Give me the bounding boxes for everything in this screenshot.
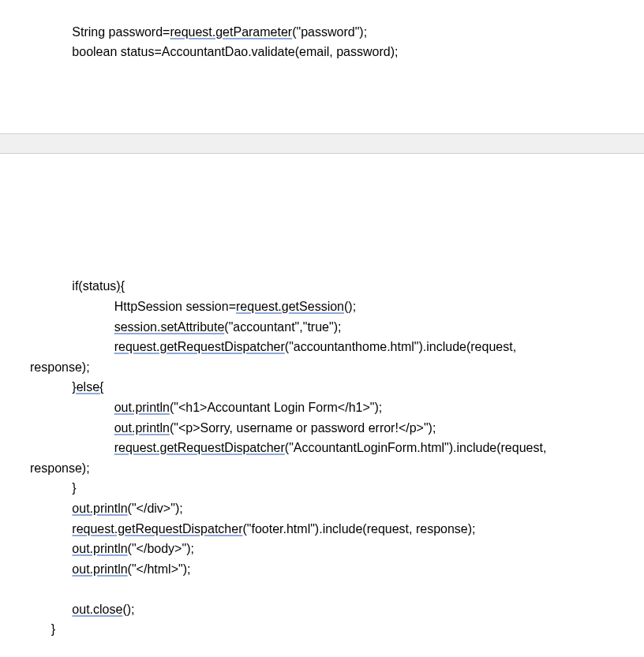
code-line: request.getRequestDispatcher("Accountant… — [30, 441, 550, 454]
underlined-method: request.getRequestDispatcher — [114, 441, 285, 454]
code-line: session.setAttribute("accountant","true"… — [30, 320, 341, 334]
code-line — [30, 643, 33, 656]
underlined-method: request.getRequestDispatcher — [72, 522, 242, 536]
code-line: request.getRequestDispatcher("footer.htm… — [30, 522, 476, 536]
underlined-method: out.println — [114, 421, 170, 435]
code-block-top: String password=request.getParameter("pa… — [0, 0, 644, 133]
underlined-method: request.getRequestDispatcher — [114, 340, 285, 353]
code-line: out.println("</html>"); — [30, 562, 190, 576]
code-block-bottom: if(status){ HttpSession session=request.… — [0, 154, 644, 657]
underlined-method: out.close — [72, 603, 122, 616]
code-line: out.println("</div>"); — [30, 502, 183, 515]
underlined-token: ){ — [116, 279, 125, 293]
code-line — [30, 582, 72, 595]
code-line: }else{ — [30, 380, 103, 394]
underlined-token: }else{ — [72, 380, 103, 394]
underlined-method: session.setAttribute — [114, 320, 225, 334]
code-line: response); — [30, 360, 90, 374]
code-line: out.println("<h1>Accountant Login Form</… — [30, 401, 382, 414]
code-line: response); — [30, 461, 90, 475]
underlined-method: request.getSession — [236, 300, 344, 313]
underlined-method: out.println — [72, 542, 127, 555]
code-line: out.println("<p>Sorry, username or passw… — [30, 421, 436, 435]
underlined-method: out.println — [72, 502, 127, 515]
underlined-method: out.println — [72, 562, 127, 576]
code-line: if(status){ — [30, 279, 125, 293]
code-line: out.println("</body>"); — [30, 542, 194, 555]
underlined-method: out.println — [114, 401, 170, 414]
code-line: out.close(); — [30, 603, 135, 616]
page-break-gap — [0, 133, 644, 154]
code-line: HttpSession session=request.getSession()… — [30, 300, 356, 313]
underlined-method: request.getParameter — [170, 25, 292, 39]
code-line: } — [30, 622, 55, 636]
code-line: boolean status=AccountantDao.validate(em… — [30, 45, 398, 58]
code-line: String password=request.getParameter("pa… — [30, 25, 367, 39]
code-line: request.getRequestDispatcher("accountant… — [30, 340, 520, 353]
code-line: } — [30, 481, 77, 495]
